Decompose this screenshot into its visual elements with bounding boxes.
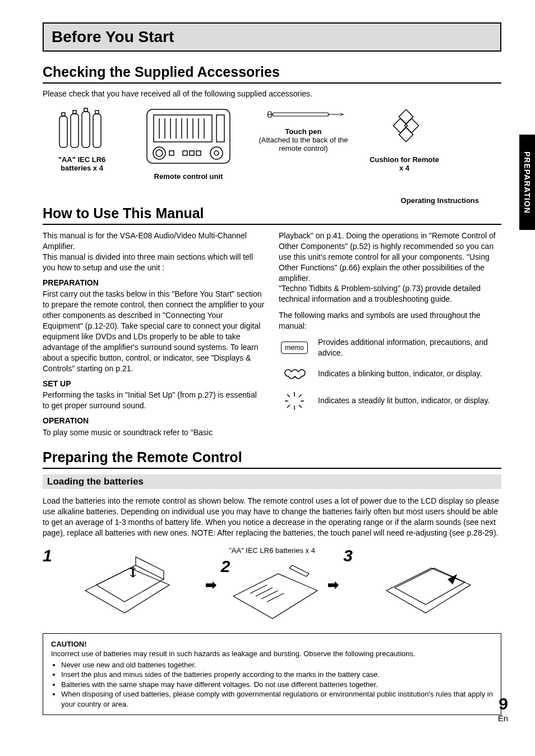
howto-p1: This manual is for the VSA-E08 Audio/Vid… [43, 231, 265, 252]
batteries-label: "AA" IEC LR6 batteries x 4 [43, 155, 121, 172]
svg-rect-25 [183, 151, 187, 155]
page-lang: En [498, 713, 508, 723]
svg-rect-32 [404, 118, 418, 132]
side-tab-preparation: PREPARATION [519, 135, 535, 230]
cushion-label: Cushion for Remote x 4 [368, 155, 441, 172]
arrow-icon: ➡ [205, 577, 216, 593]
col2-p1: Playback" on p.41. Doing the operations … [279, 231, 501, 283]
svg-rect-27 [196, 151, 201, 155]
svg-rect-3 [73, 110, 76, 114]
svg-line-41 [299, 405, 302, 408]
caution-bullet: Insert the plus and minus sides of the b… [61, 670, 493, 680]
setup-body: Performing the tasks in "Initial Set Up"… [43, 390, 265, 411]
sub-heading-loading: Loading the batteries [43, 474, 501, 489]
step-2-img [228, 557, 323, 624]
op-instructions-label: Operating Instructions [401, 196, 479, 205]
caution-intro: Incorrect use of batteries may result in… [51, 649, 493, 659]
blink-desc: Indicates a blinking button, indicator, … [318, 368, 501, 379]
touchpen-label: Touch pen [285, 127, 322, 136]
howto-col2: Playback" on p.41. Doing the operations … [279, 231, 501, 438]
caution-title: CAUTION! [51, 639, 493, 649]
col2-p2: "Techno Tidbits & Problem-solving" (p.73… [279, 283, 501, 305]
prep-body: First carry out the tasks below in this … [43, 289, 265, 374]
arrow-icon-2: ➡ [328, 577, 339, 593]
svg-rect-2 [71, 114, 79, 147]
page-footer: 9 En [498, 694, 508, 723]
svg-rect-28 [273, 113, 329, 116]
prep-head: PREPARATION [43, 278, 265, 288]
svg-rect-19 [216, 115, 224, 142]
touchpen-sub: (Attached to the back of the remote cont… [256, 136, 351, 153]
chapter-title: Before You Start [52, 28, 492, 46]
memo-desc: Provides additional information, precaut… [318, 337, 501, 358]
svg-point-20 [153, 147, 165, 159]
steady-icon [279, 390, 310, 412]
svg-line-38 [287, 394, 290, 397]
op-body: To play some music or soundtrack refer t… [43, 427, 265, 438]
step-1-img [54, 551, 201, 619]
accessories-intro: Please check that you have received all … [43, 89, 501, 98]
step-1-num: 1 [43, 546, 52, 565]
blink-icon [279, 364, 310, 384]
cushion-icon [382, 106, 427, 151]
svg-rect-31 [393, 118, 407, 132]
steps-row: 1 ➡ "AA" IEC LR6 batteries x 4 2 [43, 546, 501, 624]
svg-line-40 [287, 405, 290, 408]
howto-col1: This manual is for the VSA-E08 Audio/Vid… [43, 231, 265, 438]
section-heading-remote: Preparing the Remote Control [43, 449, 501, 469]
svg-rect-5 [84, 108, 87, 112]
svg-rect-26 [190, 151, 194, 155]
caution-bullet: Never use new and old batteries together… [61, 660, 493, 670]
chapter-title-box: Before You Start [43, 22, 501, 52]
col2-p3: The following marks and symbols are used… [279, 310, 501, 331]
svg-rect-4 [82, 112, 90, 147]
svg-rect-30 [399, 109, 413, 123]
step-3-img [355, 551, 501, 619]
page-number: 9 [498, 694, 508, 713]
setup-head: SET UP [43, 379, 265, 389]
svg-point-23 [214, 151, 219, 155]
caution-bullet: Batteries with the same shape may have d… [61, 680, 493, 690]
svg-rect-6 [93, 114, 101, 147]
svg-rect-7 [95, 110, 99, 114]
svg-rect-9 [154, 115, 212, 142]
caution-bullet: When disposing of used batteries, please… [61, 689, 493, 709]
touchpen-icon [261, 106, 345, 123]
steady-desc: Indicates a steadily lit button, indicat… [318, 395, 501, 406]
remote-label: Remote control unit [154, 172, 223, 181]
svg-rect-0 [59, 116, 67, 147]
svg-line-39 [299, 394, 302, 397]
caution-box: CAUTION! Incorrect use of batteries may … [43, 633, 501, 716]
step-2-label: "AA" IEC LR6 batteries x 4 [229, 546, 315, 555]
batteries-icon [54, 106, 110, 151]
section-heading-accessories: Checking the Supplied Accessories [43, 64, 501, 84]
svg-point-21 [156, 150, 163, 156]
remote-icon [144, 106, 233, 168]
loading-body: Load the batteries into the remote contr… [43, 496, 501, 538]
svg-rect-24 [169, 151, 174, 155]
accessories-row: "AA" IEC LR6 batteries x 4 [43, 106, 501, 181]
op-head: OPERATION [43, 416, 265, 426]
svg-rect-1 [62, 113, 65, 116]
step-3-num: 3 [343, 546, 353, 565]
section-heading-howto: How to Use This Manual [43, 205, 501, 225]
svg-rect-33 [399, 127, 413, 141]
howto-p2: This manual is divided into three main s… [43, 252, 265, 273]
memo-icon: memo [279, 342, 310, 354]
svg-point-22 [210, 147, 223, 159]
